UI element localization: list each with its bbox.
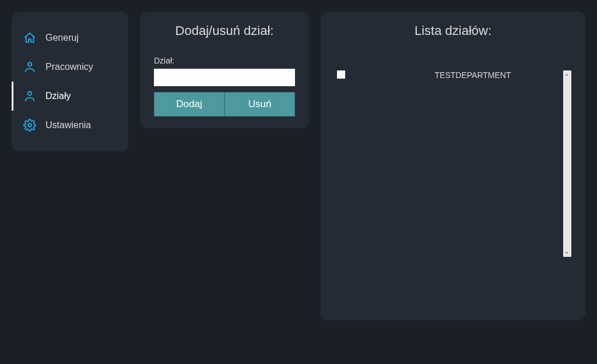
- svg-point-0: [28, 62, 31, 66]
- sidebar-item-label: Pracownicy: [45, 62, 93, 72]
- svg-point-2: [28, 123, 31, 127]
- sidebar-item-generuj[interactable]: Generuj: [12, 23, 128, 52]
- row-department-name: TESTDEPARTMENT: [392, 70, 554, 80]
- add-remove-panel: Dodaj/usuń dział: Dział: Dodaj Usuń: [140, 12, 309, 128]
- home-icon: [23, 31, 36, 44]
- form-title: Dodaj/usuń dział:: [154, 23, 295, 38]
- row-checkbox[interactable]: [337, 70, 345, 79]
- person-icon: [23, 90, 36, 103]
- sidebar: Generuj Pracownicy Działy Ustawienia: [12, 12, 128, 151]
- department-list-panel: Lista działów: TESTDEPARTMENT: [321, 12, 585, 320]
- svg-point-1: [28, 91, 31, 95]
- list-area: TESTDEPARTMENT: [335, 70, 571, 315]
- person-icon: [23, 61, 36, 73]
- department-input[interactable]: [154, 69, 295, 86]
- sidebar-item-pracownicy[interactable]: Pracownicy: [12, 52, 128, 82]
- add-button[interactable]: Dodaj: [154, 92, 224, 116]
- department-field-label: Dział:: [154, 56, 295, 65]
- gear-icon: [23, 119, 36, 132]
- list-title: Lista działów:: [335, 23, 571, 38]
- sidebar-item-ustawienia[interactable]: Ustawienia: [12, 111, 128, 140]
- scrollbar[interactable]: [563, 70, 571, 257]
- sidebar-item-label: Ustawienia: [45, 120, 91, 130]
- sidebar-item-dzialy[interactable]: Działy: [12, 82, 128, 111]
- sidebar-item-label: Działy: [45, 91, 71, 101]
- remove-button[interactable]: Usuń: [224, 92, 295, 116]
- list-content: TESTDEPARTMENT: [335, 70, 556, 315]
- list-row: TESTDEPARTMENT: [335, 70, 556, 80]
- sidebar-item-label: Generuj: [45, 33, 79, 43]
- button-row: Dodaj Usuń: [154, 92, 295, 116]
